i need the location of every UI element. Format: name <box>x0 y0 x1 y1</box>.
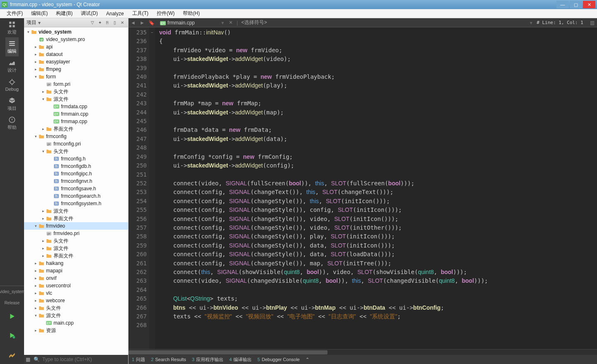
nav-forward-icon[interactable]: ► <box>138 20 147 26</box>
tree-item[interactable]: ▾video_system <box>24 28 128 36</box>
tree-item[interactable]: ▸源文件 <box>24 245 128 252</box>
split-icon[interactable]: ▯ <box>112 19 118 26</box>
svg-point-7 <box>13 336 15 339</box>
tree-item[interactable]: ▸头文件 <box>24 304 128 312</box>
tree-item[interactable]: video_system.pro <box>24 36 128 43</box>
tree-item[interactable]: ▸dataout <box>24 51 128 58</box>
tree-item[interactable]: ▾源文件 <box>24 312 128 319</box>
status-item[interactable]: 5Debugger Console <box>257 357 300 362</box>
status-item[interactable]: 1问题 <box>132 357 145 363</box>
tree-item[interactable]: ▸源文件 <box>24 207 128 215</box>
tree-item[interactable]: frmconfig.h <box>24 155 128 163</box>
status-item[interactable]: 4编译输出 <box>229 357 252 363</box>
mode-Debug[interactable]: Debug <box>5 75 19 95</box>
tree-item[interactable]: ▸界面文件 <box>24 125 128 133</box>
bookmark-icon[interactable]: 🔖 <box>147 20 156 26</box>
status-item[interactable]: 2Search Results <box>151 357 186 362</box>
menu-item[interactable]: 工具(T) <box>128 9 153 18</box>
tree-item[interactable]: ▸onvif <box>24 274 128 282</box>
tree-item[interactable]: ▸webcore <box>24 297 128 304</box>
file-icon <box>53 104 60 109</box>
filter-icon[interactable]: ▽ <box>89 19 96 26</box>
tree-item[interactable]: frmmain.cpp <box>24 110 128 118</box>
dropdown-icon[interactable]: ▾ <box>38 20 41 26</box>
tree-item[interactable]: form.pri <box>24 80 128 88</box>
tree-item[interactable]: frmmap.cpp <box>24 118 128 125</box>
menu-item[interactable]: 构建(B) <box>52 9 77 18</box>
file-icon <box>53 193 60 199</box>
folder-icon <box>38 290 45 296</box>
tree-item[interactable]: ▸usercontrol <box>24 282 128 289</box>
tree-item[interactable]: ▸easyplayer <box>24 58 128 66</box>
tree-item[interactable]: ▸界面文件 <box>24 215 128 222</box>
mode-bar: 欢迎编辑设计Debug项目帮助 video_system Release <box>0 18 24 364</box>
menu-item[interactable]: 控件(W) <box>153 9 179 18</box>
project-tree[interactable]: ▾video_systemvideo_system.pro▸api▸dataou… <box>24 27 128 355</box>
close-button[interactable]: ✕ <box>583 1 595 8</box>
tree-item[interactable]: ▸api <box>24 43 128 51</box>
editor-tab[interactable]: frmmain.cpp ▾ ✕ <box>156 20 237 26</box>
run-button[interactable] <box>0 307 24 326</box>
sync-icon[interactable]: ✦ <box>97 19 103 26</box>
mode-欢迎[interactable]: 欢迎 <box>5 18 19 37</box>
close-tab-icon[interactable]: ✕ <box>229 20 233 25</box>
tree-item[interactable]: frmconfigsystem.h <box>24 200 128 207</box>
menu-item[interactable]: 编辑(E) <box>27 9 52 18</box>
minimize-button[interactable]: — <box>556 1 569 8</box>
link-icon[interactable]: ⎘ <box>104 19 111 26</box>
tree-item[interactable]: frmvideo.pri <box>24 230 128 237</box>
tree-item[interactable]: frmconfignvr.h <box>24 177 128 185</box>
tree-item[interactable]: ▾头文件 <box>24 148 128 155</box>
svg-rect-3 <box>12 25 15 27</box>
symbol-selector[interactable]: <选择符号> <box>238 19 270 26</box>
split-editor-icon[interactable]: ▥ <box>587 20 597 26</box>
project-selector[interactable]: video_system Release <box>0 288 24 307</box>
close-panel-icon[interactable]: ✕ <box>119 19 126 26</box>
folder-icon <box>31 29 37 35</box>
menu-item[interactable]: 调试(D) <box>77 9 102 18</box>
tree-item[interactable]: ▸haikang <box>24 260 128 267</box>
mode-项目[interactable]: 项目 <box>5 95 19 114</box>
nav-back-icon[interactable]: ◄ <box>129 20 138 26</box>
tree-item[interactable]: ▸vlc <box>24 289 128 297</box>
menu-item[interactable]: 帮助(H) <box>179 9 204 18</box>
line-col-indicator[interactable]: # Line: 1, Col: 1 <box>532 20 587 25</box>
code-editor[interactable]: 2352362372382392402412422432442452462472… <box>129 27 597 349</box>
mode-帮助[interactable]: 帮助 <box>5 114 19 133</box>
tree-item[interactable]: main.cpp <box>24 319 128 327</box>
maximize-button[interactable]: ▢ <box>570 1 582 8</box>
mode-编辑[interactable]: 编辑 <box>5 37 19 56</box>
folder-icon <box>38 51 45 57</box>
window-title: frmmain.cpp - video_system - Qt Creator <box>10 2 100 7</box>
collapse-status-icon[interactable]: ⌃ <box>306 357 309 362</box>
folder-icon <box>38 133 45 139</box>
fold-gutter[interactable]: − <box>149 27 155 349</box>
horizontal-scrollbar[interactable] <box>129 349 597 355</box>
status-item[interactable]: 3应用程序输出 <box>192 357 223 363</box>
tree-item[interactable]: ▾form <box>24 73 128 80</box>
tree-item[interactable]: ▾frmvideo <box>24 222 128 230</box>
build-button[interactable] <box>0 345 24 364</box>
debug-run-button[interactable] <box>0 326 24 345</box>
locator-input[interactable] <box>42 357 126 362</box>
tree-item[interactable]: ▾源文件 <box>24 95 128 103</box>
toggle-icon[interactable]: ▦ <box>26 357 30 362</box>
tree-item[interactable]: frmconfig.pri <box>24 140 128 148</box>
tree-item[interactable]: frmconfigipc.h <box>24 170 128 177</box>
menu-item[interactable]: Analyze <box>102 10 128 17</box>
tree-item[interactable]: ▸资源 <box>24 327 128 334</box>
code-content[interactable]: void frmMain::initNav() { frmVideo *vide… <box>155 27 597 349</box>
tree-item[interactable]: frmconfigdb.h <box>24 163 128 170</box>
tree-item[interactable]: ▸头文件 <box>24 88 128 95</box>
tree-item[interactable]: frmconfigsave.h <box>24 185 128 192</box>
tree-item[interactable]: ▸mapapi <box>24 267 128 274</box>
folder-icon <box>38 74 45 80</box>
menu-item[interactable]: 文件(F) <box>2 9 27 18</box>
tree-item[interactable]: ▾frmconfig <box>24 133 128 140</box>
tree-item[interactable]: frmdata.cpp <box>24 103 128 110</box>
mode-设计[interactable]: 设计 <box>5 56 19 75</box>
tree-item[interactable]: ▸界面文件 <box>24 252 128 260</box>
tree-item[interactable]: ▸ffmpeg <box>24 66 128 73</box>
tree-item[interactable]: frmconfigsearch.h <box>24 192 128 200</box>
tree-item[interactable]: ▸头文件 <box>24 237 128 245</box>
